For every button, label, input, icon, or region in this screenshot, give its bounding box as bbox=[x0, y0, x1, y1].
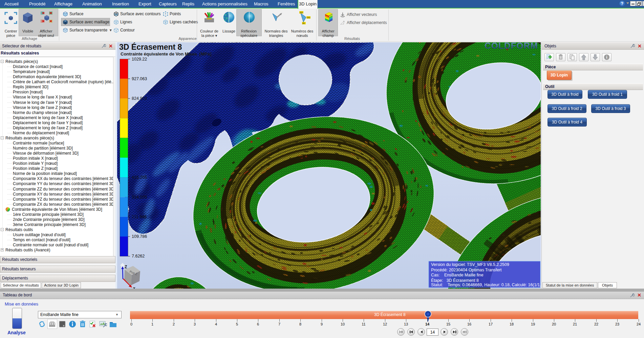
svg-text:?: ? bbox=[621, 1, 623, 6]
svg-text:COLDFORM: COLDFORM bbox=[485, 42, 538, 51]
svg-text:211.946: 211.946 bbox=[132, 215, 147, 219]
svg-text:927.063: 927.063 bbox=[132, 76, 147, 81]
svg-text:314.105: 314.105 bbox=[132, 195, 147, 200]
svg-text:Cas: EnsBande Maille fine: Cas: EnsBande Maille fine bbox=[431, 273, 484, 277]
svg-text:251: 251 bbox=[300, 12, 303, 14]
svg-text:416.265: 416.265 bbox=[132, 175, 147, 180]
svg-text:Z: Z bbox=[125, 265, 127, 269]
svg-text:Version du logiciel: TSV_MF3 V: Version du logiciel: TSV_MF3 V8.5.2.2509 bbox=[431, 262, 509, 267]
svg-text:26: 26 bbox=[302, 22, 305, 24]
svg-text:7.6262: 7.6262 bbox=[132, 254, 145, 258]
svg-text:109.786: 109.786 bbox=[132, 234, 147, 239]
svg-text:x: x bbox=[133, 286, 135, 289]
svg-text:Étape: 3D Écrasement 8: Étape: 3D Écrasement 8 bbox=[431, 278, 479, 283]
svg-text:Statut: Temps: 0.0646669, H: Statut: Temps: 0.0646669, Hauteur: 0.18,… bbox=[431, 283, 541, 287]
svg-text:Procédé: 20230404 Optimas Tran: Procédé: 20230404 Optimas Transfert bbox=[431, 268, 502, 272]
svg-text:292: 292 bbox=[307, 17, 310, 19]
svg-text:824.903: 824.903 bbox=[132, 96, 147, 101]
svg-text:Contrainte équivalente de Von: Contrainte équivalente de Von Mises [MPa… bbox=[121, 51, 211, 57]
svg-text:1029.22: 1029.22 bbox=[132, 57, 147, 62]
svg-text:3D Écrasement 8: 3D Écrasement 8 bbox=[119, 42, 182, 51]
